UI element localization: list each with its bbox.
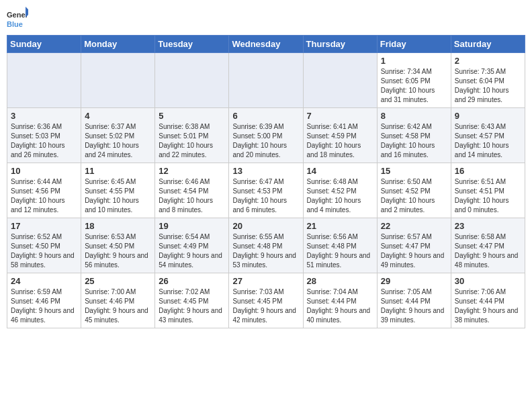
calendar-cell: 8Sunrise: 6:42 AMSunset: 4:58 PMDaylight… [377,108,451,163]
day-number: 15 [381,166,447,176]
day-info: Sunrise: 7:03 AMSunset: 4:45 PMDaylight:… [232,287,299,325]
calendar-cell: 22Sunrise: 6:57 AMSunset: 4:47 PMDayligh… [377,218,451,273]
calendar-cell [229,53,303,108]
calendar-cell: 12Sunrise: 6:46 AMSunset: 4:54 PMDayligh… [155,163,229,218]
day-info: Sunrise: 6:39 AMSunset: 5:00 PMDaylight:… [232,122,299,160]
day-number: 19 [159,221,225,231]
calendar-cell: 19Sunrise: 6:54 AMSunset: 4:49 PMDayligh… [155,218,229,273]
day-info: Sunrise: 7:02 AMSunset: 4:45 PMDaylight:… [159,287,225,325]
day-info: Sunrise: 7:04 AMSunset: 4:44 PMDaylight:… [307,287,373,325]
calendar-header-thursday: Thursday [303,36,377,53]
calendar-cell: 27Sunrise: 7:03 AMSunset: 4:45 PMDayligh… [229,273,303,328]
day-info: Sunrise: 6:56 AMSunset: 4:48 PMDaylight:… [307,232,373,270]
day-number: 6 [232,111,299,121]
calendar-cell: 23Sunrise: 6:58 AMSunset: 4:47 PMDayligh… [451,218,525,273]
day-info: Sunrise: 7:34 AMSunset: 6:05 PMDaylight:… [381,67,447,105]
calendar-header-friday: Friday [377,36,451,53]
page-header: General Blue [7,7,525,31]
calendar-week-row: 1Sunrise: 7:34 AMSunset: 6:05 PMDaylight… [7,53,525,108]
logo: General Blue [7,7,28,31]
calendar-cell: 21Sunrise: 6:56 AMSunset: 4:48 PMDayligh… [303,218,377,273]
day-info: Sunrise: 6:52 AMSunset: 4:50 PMDaylight:… [11,232,77,270]
calendar-cell: 14Sunrise: 6:48 AMSunset: 4:52 PMDayligh… [303,163,377,218]
day-info: Sunrise: 6:42 AMSunset: 4:58 PMDaylight:… [381,122,447,160]
calendar-header-row: SundayMondayTuesdayWednesdayThursdayFrid… [7,36,525,53]
svg-text:General: General [7,11,28,19]
calendar-header-tuesday: Tuesday [155,36,229,53]
day-info: Sunrise: 6:50 AMSunset: 4:52 PMDaylight:… [381,177,447,215]
calendar-cell: 3Sunrise: 6:36 AMSunset: 5:03 PMDaylight… [7,108,81,163]
calendar-cell: 6Sunrise: 6:39 AMSunset: 5:00 PMDaylight… [229,108,303,163]
calendar-header-sunday: Sunday [7,36,81,53]
day-info: Sunrise: 6:45 AMSunset: 4:55 PMDaylight:… [85,177,151,215]
day-info: Sunrise: 7:05 AMSunset: 4:44 PMDaylight:… [381,287,447,325]
day-number: 29 [381,276,447,286]
day-number: 10 [11,166,77,176]
day-info: Sunrise: 6:57 AMSunset: 4:47 PMDaylight:… [381,232,447,270]
day-number: 13 [232,166,299,176]
calendar-cell: 10Sunrise: 6:44 AMSunset: 4:56 PMDayligh… [7,163,81,218]
day-info: Sunrise: 6:41 AMSunset: 4:59 PMDaylight:… [307,122,373,160]
day-number: 14 [307,166,373,176]
day-info: Sunrise: 6:38 AMSunset: 5:01 PMDaylight:… [159,122,225,160]
calendar-header-saturday: Saturday [451,36,525,53]
day-number: 3 [11,111,77,121]
calendar-cell: 1Sunrise: 7:34 AMSunset: 6:05 PMDaylight… [377,53,451,108]
calendar-cell: 9Sunrise: 6:43 AMSunset: 4:57 PMDaylight… [451,108,525,163]
calendar-cell: 17Sunrise: 6:52 AMSunset: 4:50 PMDayligh… [7,218,81,273]
logo-icon: General Blue [7,7,28,31]
calendar-cell: 15Sunrise: 6:50 AMSunset: 4:52 PMDayligh… [377,163,451,218]
day-info: Sunrise: 6:55 AMSunset: 4:48 PMDaylight:… [232,232,299,270]
day-number: 24 [11,276,77,286]
calendar-header-wednesday: Wednesday [229,36,303,53]
day-info: Sunrise: 7:35 AMSunset: 6:04 PMDaylight:… [455,67,521,105]
calendar-cell: 4Sunrise: 6:37 AMSunset: 5:02 PMDaylight… [81,108,155,163]
calendar-cell: 2Sunrise: 7:35 AMSunset: 6:04 PMDaylight… [451,53,525,108]
calendar-cell [81,53,155,108]
calendar-cell: 18Sunrise: 6:53 AMSunset: 4:50 PMDayligh… [81,218,155,273]
calendar-cell: 7Sunrise: 6:41 AMSunset: 4:59 PMDaylight… [303,108,377,163]
day-number: 7 [307,111,373,121]
calendar-week-row: 10Sunrise: 6:44 AMSunset: 4:56 PMDayligh… [7,163,525,218]
day-number: 25 [85,276,151,286]
day-number: 1 [381,56,447,66]
calendar-cell [155,53,229,108]
day-info: Sunrise: 6:51 AMSunset: 4:51 PMDaylight:… [455,177,521,215]
day-info: Sunrise: 6:46 AMSunset: 4:54 PMDaylight:… [159,177,225,215]
calendar-cell: 25Sunrise: 7:00 AMSunset: 4:46 PMDayligh… [81,273,155,328]
day-info: Sunrise: 6:54 AMSunset: 4:49 PMDaylight:… [159,232,225,270]
calendar-week-row: 17Sunrise: 6:52 AMSunset: 4:50 PMDayligh… [7,218,525,273]
calendar-cell: 11Sunrise: 6:45 AMSunset: 4:55 PMDayligh… [81,163,155,218]
day-info: Sunrise: 6:58 AMSunset: 4:47 PMDaylight:… [455,232,521,270]
day-info: Sunrise: 6:44 AMSunset: 4:56 PMDaylight:… [11,177,77,215]
day-number: 5 [159,111,225,121]
calendar-table: SundayMondayTuesdayWednesdayThursdayFrid… [7,35,525,328]
day-info: Sunrise: 6:47 AMSunset: 4:53 PMDaylight:… [232,177,299,215]
calendar-cell: 16Sunrise: 6:51 AMSunset: 4:51 PMDayligh… [451,163,525,218]
calendar-week-row: 3Sunrise: 6:36 AMSunset: 5:03 PMDaylight… [7,108,525,163]
day-number: 20 [232,221,299,231]
calendar-cell: 28Sunrise: 7:04 AMSunset: 4:44 PMDayligh… [303,273,377,328]
calendar-cell [7,53,81,108]
calendar-cell [303,53,377,108]
day-number: 21 [307,221,373,231]
day-info: Sunrise: 6:53 AMSunset: 4:50 PMDaylight:… [85,232,151,270]
day-info: Sunrise: 6:59 AMSunset: 4:46 PMDaylight:… [11,287,77,325]
calendar-header-monday: Monday [81,36,155,53]
day-number: 8 [381,111,447,121]
day-number: 16 [455,166,521,176]
day-number: 4 [85,111,151,121]
calendar-cell: 24Sunrise: 6:59 AMSunset: 4:46 PMDayligh… [7,273,81,328]
day-info: Sunrise: 6:43 AMSunset: 4:57 PMDaylight:… [455,122,521,160]
calendar-cell: 30Sunrise: 7:06 AMSunset: 4:44 PMDayligh… [451,273,525,328]
day-number: 9 [455,111,521,121]
calendar-cell: 29Sunrise: 7:05 AMSunset: 4:44 PMDayligh… [377,273,451,328]
day-number: 28 [307,276,373,286]
day-number: 11 [85,166,151,176]
calendar-week-row: 24Sunrise: 6:59 AMSunset: 4:46 PMDayligh… [7,273,525,328]
day-info: Sunrise: 6:37 AMSunset: 5:02 PMDaylight:… [85,122,151,160]
day-info: Sunrise: 7:00 AMSunset: 4:46 PMDaylight:… [85,287,151,325]
svg-text:Blue: Blue [7,20,23,28]
day-number: 2 [455,56,521,66]
day-number: 27 [232,276,299,286]
